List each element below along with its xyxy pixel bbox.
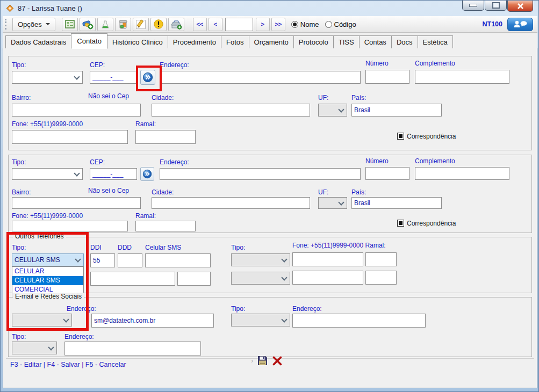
tab-contato[interactable]: Contato — [71, 33, 107, 49]
address2-correspondencia-checkbox[interactable] — [397, 220, 404, 227]
ramal-label: Ramal: — [135, 120, 156, 128]
person-chat-icon — [512, 20, 528, 28]
email-endereco-input-2[interactable] — [292, 314, 426, 328]
outros-right-ramal-input-2[interactable] — [365, 271, 397, 285]
tab-historico-clinico[interactable]: Histórico Clínico — [107, 35, 168, 48]
address1-numero-input[interactable] — [365, 70, 409, 84]
email-tipo-select-1[interactable] — [12, 314, 72, 326]
email-tipo-select-2[interactable] — [231, 314, 290, 326]
nao-sei-cep-link[interactable]: Não sei o Cep — [88, 92, 129, 100]
edit-pencil-button[interactable] — [133, 18, 149, 31]
tab-procedimento[interactable]: Procedimento — [168, 35, 221, 48]
uf-label: UF: — [318, 94, 328, 101]
address2-ramal-input[interactable] — [135, 221, 196, 231]
tab-estetica[interactable]: Estética — [418, 35, 453, 48]
outros-ramal2-input[interactable] — [177, 272, 211, 286]
address1-correspondencia-checkbox[interactable] — [397, 133, 404, 140]
address1-uf-select[interactable] — [318, 104, 347, 117]
restore-button[interactable] — [485, 1, 507, 11]
cash-register-icon — [170, 19, 182, 30]
address2-tipo-select[interactable] — [12, 168, 83, 180]
nao-sei-cep-link[interactable]: Não sei o Cep — [88, 187, 129, 194]
tab-tiss[interactable]: TISS — [333, 35, 360, 48]
nav-prev-button[interactable]: < — [209, 18, 222, 31]
uf-label: UF: — [318, 188, 328, 196]
lab-flask-icon — [100, 19, 111, 30]
ddd-input[interactable] — [118, 253, 142, 267]
address1-tipo-select[interactable] — [12, 71, 83, 84]
address1-fone-input[interactable] — [12, 130, 128, 144]
edit-pencil-icon — [135, 19, 146, 30]
chevron-down-icon — [282, 275, 287, 281]
ddi-input[interactable] — [90, 253, 115, 267]
celular-sms-input[interactable] — [145, 253, 211, 267]
options-menu-button[interactable]: Opções — [12, 18, 55, 31]
tab-fotos[interactable]: Fotos — [221, 35, 249, 48]
outros-fone2-input[interactable] — [90, 272, 175, 286]
material-jar-button[interactable] — [115, 18, 131, 31]
address1-cep-search-button[interactable] — [140, 70, 155, 85]
search-by-codigo-radio[interactable]: Código — [325, 20, 356, 28]
tab-contas[interactable]: Contas — [359, 35, 392, 48]
option-celular[interactable]: CELULAR — [12, 267, 83, 276]
chat-button[interactable] — [507, 18, 533, 31]
outros-telefones-group: Outros Telefones Tipo: CELULAR SMS CELUL… — [8, 237, 532, 293]
email-endereco-input-3[interactable] — [64, 342, 201, 355]
address2-complemento-input[interactable] — [415, 167, 509, 180]
address1-complemento-input[interactable] — [415, 70, 509, 84]
tab-docs[interactable]: Docs — [391, 35, 418, 48]
ddd-label: DDD — [118, 244, 132, 251]
tab-orcamento[interactable]: Orçamento — [249, 35, 294, 48]
shortcut-hints: F3 - Editar | F4 - Salvar | F5 - Cancela… — [10, 361, 126, 368]
tipo-label: Tipo: — [12, 333, 26, 340]
toolbar: Opções — [3, 16, 537, 33]
cep-label: CEP: — [90, 61, 105, 69]
record-form-button[interactable] — [62, 18, 78, 31]
address1-pais-input[interactable] — [351, 104, 442, 117]
nav-first-button[interactable]: << — [193, 18, 207, 31]
address2-uf-select[interactable] — [318, 197, 347, 209]
search-by-nome-radio[interactable]: Nome — [291, 20, 319, 28]
outros-right-fone-input-1[interactable] — [292, 252, 363, 266]
address2-pais-input[interactable] — [351, 197, 442, 209]
email-endereco-input-1[interactable] — [91, 314, 214, 328]
outros-right-fone-input-2[interactable] — [292, 271, 363, 285]
address1-ramal-input[interactable] — [135, 130, 196, 144]
address1-endereco-input[interactable] — [160, 71, 361, 84]
address1-cep-input[interactable] — [90, 71, 137, 84]
email-tipo-select-3[interactable] — [12, 342, 57, 354]
numero-label: Número — [365, 60, 389, 67]
address1-bairro-input[interactable] — [12, 104, 141, 117]
outros-right-tipo-select-1[interactable] — [231, 253, 290, 266]
option-celular-sms[interactable]: CELULAR SMS — [12, 276, 83, 285]
lab-flask-button[interactable] — [97, 18, 113, 31]
record-number-input[interactable] — [225, 18, 253, 31]
nav-next-button[interactable]: > — [256, 18, 270, 31]
tab-dados-cadastrais[interactable]: Dados Cadastrais — [5, 35, 71, 48]
outros-tipo-select[interactable]: CELULAR SMS — [12, 253, 84, 266]
nav-last-button[interactable]: >> — [271, 18, 285, 31]
address1-cidade-input[interactable] — [152, 104, 310, 117]
toolbar-grip[interactable] — [5, 19, 8, 30]
tipo-label: Tipo: — [12, 244, 26, 251]
address2-cep-input[interactable] — [90, 168, 137, 180]
record-form-icon — [64, 19, 75, 29]
save-button[interactable] — [257, 355, 268, 366]
close-button[interactable] — [507, 1, 533, 12]
window-title: 87 - Larissa Tuane () — [18, 4, 82, 12]
address2-numero-input[interactable] — [365, 167, 409, 180]
minimize-button[interactable] — [462, 1, 484, 11]
outros-right-ramal-input-1[interactable] — [365, 252, 397, 266]
outros-telefones-title: Outros Telefones — [13, 233, 66, 240]
address2-endereco-input[interactable] — [160, 168, 361, 180]
outros-right-tipo-select-2[interactable] — [231, 272, 290, 285]
address2-fone-input[interactable] — [12, 221, 128, 231]
address2-bairro-input[interactable] — [12, 197, 141, 209]
address2-cidade-input[interactable] — [152, 197, 310, 209]
alert-button[interactable] — [150, 18, 167, 31]
cancel-button[interactable] — [272, 355, 283, 366]
address2-cep-search-button[interactable] — [140, 167, 154, 181]
medications-button[interactable] — [80, 18, 96, 31]
cash-register-button[interactable] — [168, 18, 184, 31]
tab-protocolo[interactable]: Protocolo — [293, 35, 334, 48]
